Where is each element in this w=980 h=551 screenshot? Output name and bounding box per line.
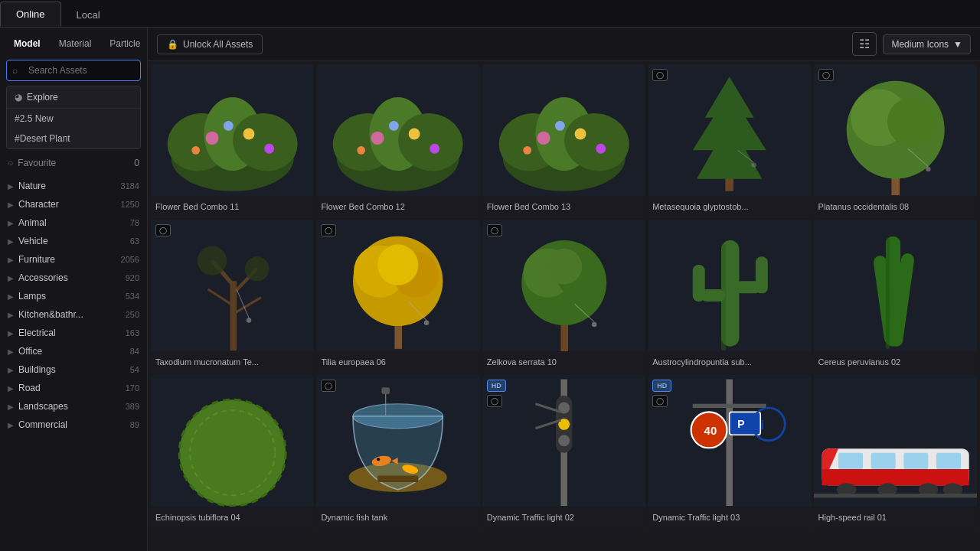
model-tab-bar: Model Material Particle [0, 28, 147, 57]
sidebar-item-count: 170 [126, 383, 139, 393]
arrow-icon: ▶ [8, 384, 14, 393]
tab-online[interactable]: Online [0, 2, 61, 27]
sidebar-item-label: Character [18, 199, 59, 210]
sidebar-item-label: Nature [18, 181, 46, 191]
asset-card-6[interactable]: ◯ Taxodium mucronatum Te... [151, 220, 314, 373]
svg-point-67 [592, 322, 596, 327]
arrow-icon: ▶ [8, 421, 14, 429]
sidebar-item-count: 89 [130, 420, 139, 429]
asset-name: Echinopsis tubiflora 04 [151, 507, 314, 528]
tab-particle[interactable]: Particle [102, 35, 148, 52]
svg-point-9 [264, 144, 274, 154]
arrow-icon: ▶ [8, 201, 14, 209]
sidebar-item-accessories[interactable]: ▶ Accessories 920 [0, 269, 147, 287]
view-toggle-button[interactable]: ☷ [852, 32, 877, 56]
dropdown-tag-1[interactable]: #2.5 New [7, 109, 140, 129]
asset-card-11[interactable]: Echinopsis tubiflora 04 [151, 375, 314, 528]
sidebar-item-count: 78 [130, 218, 139, 227]
sidebar-item-count: 54 [130, 365, 139, 374]
sidebar-item-furniture[interactable]: ▶ Furniture 2056 [0, 250, 147, 269]
sidebar-item-count: 2056 [121, 255, 139, 264]
asset-thumbnail [316, 64, 479, 196]
asset-card-5[interactable]: ◯ Platanus occidentalis 08 [814, 64, 977, 217]
svg-text:P: P [738, 418, 745, 430]
search-input[interactable] [6, 60, 141, 81]
arrow-icon: ▶ [8, 403, 14, 411]
asset-thumbnail: 40 P i HD◯ [648, 375, 811, 507]
asset-thumbnail: ◯ [814, 64, 977, 196]
top-tab-bar: Online Local [0, 0, 980, 28]
asset-thumbnail [151, 64, 314, 196]
asset-card-10[interactable]: Cereus peruvianus 02 [814, 220, 977, 373]
asset-thumbnail [482, 64, 645, 196]
sidebar-item-vehicle[interactable]: ▶ Vehicle 63 [0, 232, 147, 250]
sidebar-item-label: Road [18, 383, 41, 393]
asset-thumbnail [814, 220, 977, 351]
svg-point-101 [558, 435, 570, 447]
svg-point-49 [245, 257, 270, 282]
sidebar-item-count: 84 [130, 347, 139, 356]
asset-card-3[interactable]: Flower Bed Combo 13 [482, 64, 645, 217]
tab-model[interactable]: Model [6, 35, 48, 52]
3d-badge: ◯ [487, 224, 502, 236]
unlock-button[interactable]: 🔒 Unlock All Assets [157, 34, 263, 54]
asset-name: Flower Bed Combo 11 [151, 196, 314, 217]
asset-card-13[interactable]: HD◯ Dynamic Traffic light 02 [482, 375, 645, 528]
favourite-row[interactable]: ○ Favourite 0 [0, 154, 147, 172]
asset-thumbnail: ◯ [316, 375, 479, 507]
asset-card-7[interactable]: ◯ Tilia europaea 06 [316, 220, 479, 373]
arrow-icon: ▶ [8, 182, 14, 191]
sidebar-item-label: Landscapes [18, 401, 68, 412]
search-dropdown: ◕ Explore #2.5 New #Desert Plant [6, 86, 141, 149]
sidebar-item-lamps[interactable]: ▶ Lamps 534 [0, 287, 147, 305]
svg-point-26 [555, 121, 565, 131]
sidebar-item-nature[interactable]: ▶ Nature 3184 [0, 177, 147, 195]
svg-point-48 [198, 246, 227, 276]
asset-card-4[interactable]: ◯ Metasequoia glyptostob... [648, 64, 811, 217]
svg-point-65 [546, 249, 582, 285]
sidebar-item-landscapes[interactable]: ▶ Landscapes 389 [0, 397, 147, 416]
svg-point-27 [574, 129, 586, 140]
asset-card-14[interactable]: 40 P i HD◯ Dynamic Traffic light 03 [648, 375, 811, 528]
favourite-label: Favourite [18, 158, 56, 168]
asset-card-15[interactable]: High-speed rail 01 [814, 375, 977, 528]
3d-badge: ◯ [652, 395, 668, 407]
sidebar-item-kitchen-bathr---[interactable]: ▶ Kitchen&bathr... 250 [0, 305, 147, 324]
sidebar-item-character[interactable]: ▶ Character 1250 [0, 195, 147, 214]
svg-rect-74 [693, 265, 705, 302]
sidebar-item-commercial[interactable]: ▶ Commercial 89 [0, 416, 147, 434]
dropdown-tag-2[interactable]: #Desert Plant [7, 129, 140, 148]
size-select[interactable]: Medium Icons ▼ [883, 34, 971, 54]
sidebar-item-animal[interactable]: ▶ Animal 78 [0, 214, 147, 232]
sidebar-item-count: 63 [130, 236, 139, 246]
asset-card-2[interactable]: Flower Bed Combo 12 [316, 64, 479, 217]
asset-card-12[interactable]: ◯ Dynamic fish tank [316, 375, 479, 528]
sidebar-item-count: 1250 [121, 200, 139, 209]
svg-point-41 [926, 167, 930, 171]
asset-card-9[interactable]: Austrocylindropuntia sub... [648, 220, 811, 373]
sidebar-item-road[interactable]: ▶ Road 170 [0, 379, 147, 397]
sidebar-item-label: Accessories [18, 272, 68, 283]
svg-point-59 [424, 321, 429, 325]
3d-badge: ◯ [487, 395, 502, 407]
size-label: Medium Icons [891, 39, 949, 50]
asset-thumbnail: ◯ [482, 220, 645, 351]
sidebar-item-buildings[interactable]: ▶ Buildings 54 [0, 360, 147, 379]
asset-card-8[interactable]: ◯ Zelkova serrata 10 [482, 220, 645, 373]
svg-text:i: i [760, 418, 764, 432]
asset-name: Cereus peruvianus 02 [814, 351, 977, 373]
favourite-count: 0 [134, 158, 139, 168]
tab-local[interactable]: Local [61, 3, 116, 27]
sidebar-item-electrical[interactable]: ▶ Electrical 163 [0, 324, 147, 342]
sidebar-item-label: Kitchen&bathr... [18, 309, 83, 320]
svg-rect-119 [936, 453, 961, 469]
sidebar-item-label: Furniture [18, 254, 55, 265]
arrow-icon: ▶ [8, 237, 14, 246]
svg-rect-79 [885, 239, 889, 349]
sidebar-item-office[interactable]: ▶ Office 84 [0, 342, 147, 360]
3d-badge: ◯ [652, 69, 668, 81]
dropdown-explore[interactable]: ◕ Explore [7, 86, 140, 108]
tab-material[interactable]: Material [51, 35, 100, 52]
arrow-icon: ▶ [8, 274, 14, 282]
asset-card-1[interactable]: Flower Bed Combo 11 [151, 64, 314, 217]
